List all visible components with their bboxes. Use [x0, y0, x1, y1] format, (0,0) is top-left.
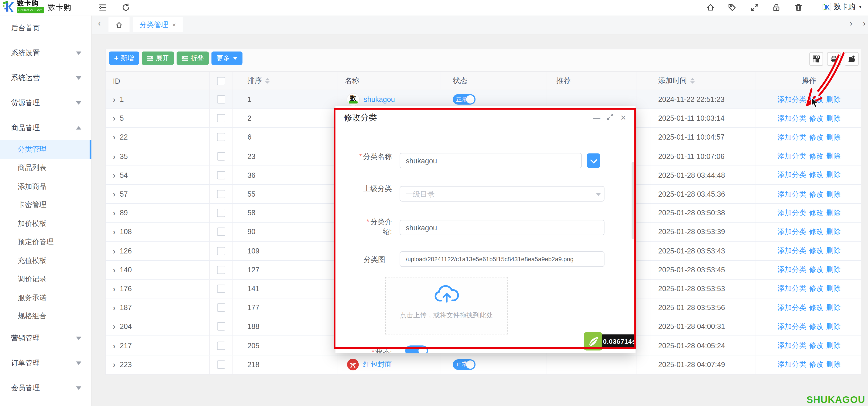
edit-link[interactable]: 修改	[809, 359, 824, 369]
export-button[interactable]	[845, 52, 859, 66]
row-checkbox[interactable]	[217, 114, 225, 122]
row-expand-icon[interactable]: ›	[113, 284, 115, 293]
row-checkbox[interactable]	[217, 285, 225, 293]
tabs-overflow-icon[interactable]: ›	[863, 19, 868, 28]
delete-link[interactable]: 删除	[826, 265, 841, 275]
add-subcategory-link[interactable]: 添加分类	[777, 321, 806, 332]
delete-link[interactable]: 删除	[826, 95, 841, 104]
row-expand-icon[interactable]: ›	[113, 208, 115, 218]
delete-link[interactable]: 删除	[826, 359, 841, 369]
row-expand-icon[interactable]: ›	[113, 132, 115, 142]
delete-link[interactable]: 删除	[826, 303, 841, 313]
sidebar-item-10[interactable]: 预定价管理	[0, 233, 91, 251]
sort-caret-icon[interactable]	[690, 78, 695, 84]
tag-icon[interactable]	[727, 2, 737, 12]
row-checkbox[interactable]	[217, 304, 225, 312]
edit-link[interactable]: 修改	[809, 114, 824, 123]
col-time[interactable]: 添加时间	[637, 72, 756, 90]
sidebar-item-2[interactable]: 系统运营	[0, 65, 91, 90]
add-subcategory-link[interactable]: 添加分类	[777, 340, 806, 350]
sidebar-item-9[interactable]: 加价模板	[0, 214, 91, 233]
delete-link[interactable]: 删除	[826, 170, 841, 180]
add-subcategory-link[interactable]: 添加分类	[777, 284, 806, 293]
delete-link[interactable]: 删除	[826, 189, 841, 199]
delete-link[interactable]: 删除	[826, 284, 841, 293]
tab-close-icon[interactable]: ×	[172, 21, 176, 29]
sidebar-item-6[interactable]: 商品列表	[0, 159, 91, 177]
row-checkbox[interactable]	[217, 152, 225, 160]
row-expand-icon[interactable]: ›	[113, 265, 115, 275]
category-image-input[interactable]	[400, 251, 604, 267]
tab-category-management[interactable]: 分类管理 ×	[133, 17, 183, 32]
row-checkbox[interactable]	[217, 209, 225, 217]
delete-link[interactable]: 删除	[826, 227, 841, 237]
row-expand-icon[interactable]: ›	[113, 95, 115, 104]
category-name-link[interactable]: shukagou	[364, 95, 395, 103]
status-toggle[interactable]: 正常	[453, 359, 475, 370]
expand-all-button[interactable]: 展开	[142, 52, 174, 65]
delete-link[interactable]: 删除	[826, 340, 841, 350]
column-filter-button[interactable]	[809, 52, 823, 66]
row-checkbox[interactable]	[217, 341, 225, 350]
edit-link[interactable]: 修改	[809, 246, 824, 256]
sidebar-item-4[interactable]: 商品管理	[0, 115, 91, 140]
sidebar-item-8[interactable]: 卡密管理	[0, 196, 91, 214]
delete-link[interactable]: 删除	[826, 208, 841, 218]
lock-icon[interactable]	[771, 2, 781, 12]
upload-dropzone[interactable]: 点击上传，或将文件拖拽到此处	[385, 277, 507, 334]
collapse-all-button[interactable]: 折叠	[177, 52, 209, 65]
add-subcategory-link[interactable]: 添加分类	[777, 151, 806, 161]
tabs-scroll-left-icon[interactable]: ‹	[98, 19, 101, 28]
more-button[interactable]: 更多	[212, 52, 242, 65]
edit-link[interactable]: 修改	[809, 170, 824, 180]
row-expand-icon[interactable]: ›	[113, 303, 115, 313]
print-button[interactable]	[827, 52, 841, 66]
add-button[interactable]: + 新增	[109, 52, 139, 65]
row-checkbox[interactable]	[217, 190, 225, 198]
edit-link[interactable]: 修改	[809, 132, 824, 142]
add-subcategory-link[interactable]: 添加分类	[777, 132, 806, 142]
add-subcategory-link[interactable]: 添加分类	[777, 170, 806, 180]
row-checkbox[interactable]	[217, 133, 225, 142]
sidebar-item-11[interactable]: 充值模板	[0, 251, 91, 270]
sidebar-item-5[interactable]: 分类管理	[0, 140, 91, 159]
row-expand-icon[interactable]: ›	[113, 189, 115, 199]
edit-link[interactable]: 修改	[809, 303, 824, 313]
edit-link[interactable]: 修改	[809, 95, 824, 104]
add-subcategory-link[interactable]: 添加分类	[777, 189, 806, 199]
row-checkbox[interactable]	[217, 322, 225, 331]
add-subcategory-link[interactable]: 添加分类	[777, 265, 806, 275]
fullscreen-icon[interactable]	[749, 2, 759, 12]
sidebar-item-3[interactable]: 货源管理	[0, 90, 91, 115]
row-expand-icon[interactable]: ›	[113, 322, 115, 332]
delete-link[interactable]: 删除	[826, 246, 841, 256]
row-expand-icon[interactable]: ›	[113, 170, 115, 180]
row-checkbox[interactable]	[217, 247, 225, 255]
edit-link[interactable]: 修改	[809, 208, 824, 218]
edit-link[interactable]: 修改	[809, 265, 824, 275]
close-icon[interactable]: ✕	[620, 114, 627, 122]
status-toggle[interactable]: 正常	[453, 94, 475, 105]
edit-link[interactable]: 修改	[809, 321, 824, 332]
sidebar-item-12[interactable]: 调价记录	[0, 270, 91, 289]
row-expand-icon[interactable]: ›	[113, 151, 115, 161]
sidebar-item-16[interactable]: 订单管理	[0, 350, 91, 375]
row-expand-icon[interactable]: ›	[113, 246, 115, 256]
maximize-icon[interactable]	[606, 114, 614, 122]
trace-leaf-icon[interactable]	[584, 332, 602, 350]
row-checkbox[interactable]	[217, 95, 225, 103]
add-subcategory-link[interactable]: 添加分类	[777, 208, 806, 218]
row-checkbox[interactable]	[217, 171, 225, 179]
sidebar-item-15[interactable]: 营销管理	[0, 325, 91, 351]
delete-link[interactable]: 删除	[826, 114, 841, 123]
sidebar-item-17[interactable]: 会员管理	[0, 375, 91, 400]
add-subcategory-link[interactable]: 添加分类	[777, 114, 806, 123]
col-sort[interactable]: 排序	[233, 72, 338, 90]
delete-link[interactable]: 删除	[826, 151, 841, 161]
row-expand-icon[interactable]: ›	[113, 360, 115, 369]
edit-link[interactable]: 修改	[809, 151, 824, 161]
name-dropdown-button[interactable]	[587, 153, 600, 168]
modal-scrollbar[interactable]	[631, 162, 634, 239]
add-subcategory-link[interactable]: 添加分类	[777, 95, 806, 104]
parent-category-select[interactable]	[400, 186, 604, 201]
